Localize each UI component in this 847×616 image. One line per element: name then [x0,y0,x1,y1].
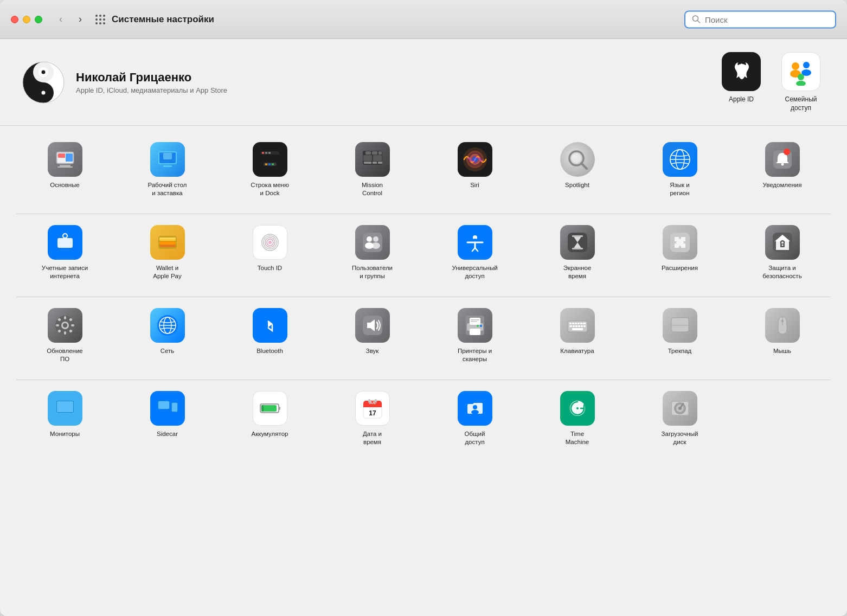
pref-item-sharing[interactable]: Общийдоступ [426,386,523,452]
svg-rect-107 [64,331,66,335]
svg-point-5 [103,18,105,21]
accessibility-label: Универсальныйдоступ [452,264,497,280]
svg-point-105 [63,323,67,328]
startup-icon [663,391,697,426]
pref-item-language[interactable]: Язык ирегион [631,137,728,203]
siri-icon [458,142,492,177]
pref-item-mouse[interactable]: Мышь [734,303,831,369]
general-label: Основные [50,181,80,189]
pref-item-screentime[interactable]: Экранноевремя [529,220,626,286]
pref-item-mission[interactable]: MissionControl [324,137,421,203]
family-label: Семейныйдоступ [785,95,817,112]
pref-item-touchid[interactable]: Touch ID [221,220,318,286]
svg-line-57 [581,163,587,169]
accessibility-icon [458,225,492,260]
yin-yang-icon [22,61,65,104]
svg-rect-150 [57,401,73,412]
back-button[interactable]: ‹ [53,12,68,27]
pref-item-sidecar[interactable]: Sidecar [119,386,216,452]
profile-subtitle: Apple ID, iCloud, медиаматериалы и App S… [76,86,717,94]
pref-item-spotlight[interactable]: Spotlight [529,137,626,203]
printers-label: Принтеры исканеры [458,347,492,363]
svg-point-6 [95,22,98,24]
pref-item-security[interactable]: Защита ибезопасность [734,220,831,286]
svg-rect-75 [159,238,176,239]
pref-item-startup[interactable]: Загрузочныйдиск [631,386,728,452]
pref-item-printers[interactable]: Принтеры исканеры [426,303,523,369]
pref-item-bluetooth[interactable]: Bluetooth [221,303,318,369]
pref-item-sound[interactable]: Звук [324,303,421,369]
timemachine-label: TimeMachine [566,430,589,446]
close-button[interactable] [11,16,18,23]
pref-item-general[interactable]: Основные [16,137,113,203]
notif-icon [765,142,800,177]
spotlight-icon [560,142,595,177]
search-input[interactable] [705,15,829,24]
svg-rect-46 [373,155,382,161]
svg-point-172 [471,410,479,414]
profile-actions: Apple ID Семейныйдоступ [717,52,825,112]
svg-rect-43 [272,164,274,165]
grid-view-button[interactable] [94,14,106,25]
svg-rect-48 [372,151,377,155]
maximize-button[interactable] [35,16,42,23]
pref-item-menubar[interactable]: Строка менюи Dock [221,137,318,203]
pref-item-update[interactable]: ОбновлениеПО [16,303,113,369]
svg-rect-140 [578,325,580,327]
keyboard-icon [560,308,595,343]
siri-label: Siri [470,181,479,189]
grid-section-3: ОбновлениеПО Сеть [16,303,831,380]
sidecar-icon [150,391,185,426]
sound-icon [355,308,390,343]
svg-point-127 [480,325,482,327]
svg-rect-98 [572,248,583,249]
pref-item-monitors[interactable]: Мониторы [16,386,113,452]
apple-id-item[interactable]: Apple ID [717,52,766,112]
forward-button[interactable]: › [73,12,88,27]
pref-item-wallet[interactable]: Wallet иApple Pay [119,220,216,286]
svg-rect-136 [583,323,586,324]
wallet-label: Wallet иApple Pay [153,264,181,280]
svg-rect-143 [572,328,583,330]
svg-rect-132 [572,323,574,324]
svg-point-2 [103,15,105,17]
svg-rect-109 [71,324,74,326]
pref-item-accessibility[interactable]: Универсальныйдоступ [426,220,523,286]
spotlight-label: Spotlight [565,181,589,189]
family-item[interactable]: Семейныйдоступ [777,52,825,112]
pref-item-timemachine[interactable]: TimeMachine [529,386,626,452]
svg-rect-106 [64,316,66,319]
pref-item-siri[interactable]: Siri [426,137,523,203]
pref-item-desktop[interactable]: Рабочий столи заставка [119,137,216,203]
svg-point-65 [781,163,784,166]
svg-point-21 [798,74,804,80]
svg-rect-25 [58,153,65,158]
menubar-label: Строка менюи Dock [251,181,289,197]
svg-rect-131 [569,323,572,324]
svg-point-19 [803,62,810,68]
bluetooth-label: Bluetooth [256,347,283,355]
svg-point-14 [42,70,46,74]
pref-item-notif[interactable]: Уведомления [734,137,831,203]
svg-rect-84 [363,233,382,252]
keyboard-label: Клавиатура [560,347,594,355]
pref-item-datetime[interactable]: 17 JUL Дата ивремя [324,386,421,452]
svg-point-4 [99,18,101,21]
svg-rect-26 [58,158,65,162]
pref-item-keyboard[interactable]: Клавиатура [529,303,626,369]
pref-item-trackpad[interactable]: Трекпад [631,303,728,369]
pref-item-users[interactable]: Пользователии группы [324,220,421,286]
svg-rect-158 [172,403,177,412]
mission-label: MissionControl [362,181,383,197]
svg-point-1 [99,15,101,17]
traffic-lights [11,16,42,23]
pref-item-network[interactable]: Сеть [119,303,216,369]
search-bar[interactable] [684,10,836,28]
pref-item-extensions[interactable]: Расширения [631,220,728,286]
pref-item-accounts[interactable]: Учетные записиинтернета [16,220,113,286]
minimize-button[interactable] [23,16,30,23]
svg-rect-124 [471,319,479,320]
pref-item-battery[interactable]: Аккумулятор [221,386,318,452]
svg-rect-151 [62,414,68,416]
network-icon [150,308,185,343]
